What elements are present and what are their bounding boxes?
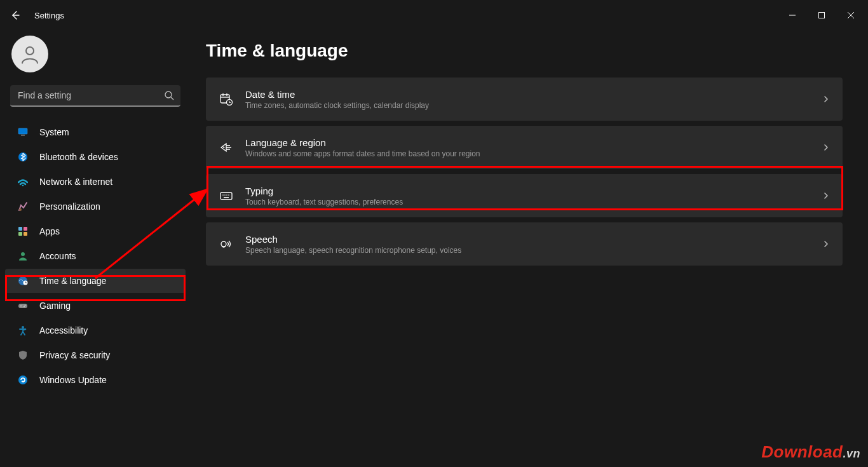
svg-rect-11 [18,232,22,236]
card-body: Language & regionWindows and some apps f… [245,137,815,158]
watermark: Download.vn [761,442,860,462]
svg-point-8 [19,208,22,211]
settings-card-list: Date & timeTime zones, automatic clock s… [206,78,843,266]
gaming-icon [18,301,28,311]
svg-point-1 [26,47,34,55]
maximize-button[interactable] [807,5,836,25]
sidebar-item-accessibility[interactable]: Accessibility [5,318,186,342]
card-body: Date & timeTime zones, automatic clock s… [245,89,815,110]
card-subtitle: Touch keyboard, text suggestions, prefer… [245,198,815,206]
settings-card-language-region[interactable]: Language & regionWindows and some apps f… [206,126,843,169]
chevron-right-icon [822,144,830,151]
sidebar-item-accounts[interactable]: Accounts [5,244,186,268]
search-input[interactable] [10,85,180,107]
svg-rect-29 [224,197,229,198]
sidebar-item-gaming[interactable]: Gaming [5,294,186,318]
sidebar-item-label: Windows Update [39,375,107,385]
avatar[interactable] [11,36,48,72]
card-body: TypingTouch keyboard, text suggestions, … [245,186,815,206]
chevron-right-icon [822,240,830,248]
svg-point-21 [18,376,27,384]
accounts-icon [18,251,28,261]
accessibility-icon [18,325,28,335]
svg-rect-3 [18,128,27,134]
svg-rect-0 [819,13,825,18]
sidebar-item-privacy-security[interactable]: Privacy & security [5,343,186,367]
settings-card-date-time[interactable]: Date & timeTime zones, automatic clock s… [206,78,843,121]
speech-icon [219,236,234,252]
privacy-icon [18,350,28,360]
sidebar-nav: SystemBluetooth & devicesNetwork & inter… [0,119,191,467]
sidebar-item-label: Gaming [39,301,71,311]
card-title: Language & region [245,137,815,148]
typing-icon [219,188,234,203]
card-subtitle: Time zones, automatic clock settings, ca… [245,101,815,110]
update-icon [18,375,28,385]
card-title: Date & time [245,89,815,100]
sidebar-item-label: Apps [39,226,60,236]
svg-point-27 [226,194,227,196]
window-controls [778,5,865,25]
chevron-right-icon [822,95,830,103]
minimize-button[interactable] [778,5,807,25]
svg-point-18 [25,305,26,306]
sidebar-item-label: Time & language [39,276,106,286]
main-content: Time & language Date & timeTime zones, a… [191,30,868,467]
datetime-icon [219,91,234,107]
svg-point-19 [24,306,25,308]
bluetooth-icon [18,152,28,162]
search-field-wrap [10,85,180,107]
network-icon [18,177,28,187]
settings-card-typing[interactable]: TypingTouch keyboard, text suggestions, … [206,174,843,217]
svg-point-20 [22,326,24,328]
person-icon [19,43,41,65]
sidebar-item-label: Privacy & security [39,350,110,360]
back-button[interactable] [3,3,28,28]
svg-rect-5 [21,135,25,136]
svg-rect-16 [18,304,27,308]
card-subtitle: Speech language, speech recognition micr… [245,246,815,255]
region-icon [219,140,234,155]
sidebar-item-label: Bluetooth & devices [39,152,118,162]
system-icon [18,127,28,137]
window-title: Settings [34,11,64,20]
sidebar-item-label: Accounts [39,251,76,261]
time-icon [18,276,28,286]
sidebar-item-label: Network & internet [39,177,112,187]
sidebar-item-label: System [39,127,69,137]
chevron-right-icon [822,192,830,200]
titlebar: Settings [0,0,868,30]
svg-rect-12 [24,232,27,236]
personalization-icon [18,201,28,212]
card-title: Typing [245,186,815,196]
svg-rect-9 [18,227,22,231]
apps-icon [18,226,28,236]
sidebar-item-bluetooth-devices[interactable]: Bluetooth & devices [5,145,186,169]
svg-point-26 [224,194,226,196]
card-title: Speech [245,234,815,245]
page-title: Time & language [206,41,843,61]
svg-point-7 [22,185,24,187]
watermark-tld: .vn [843,447,860,460]
sidebar-item-personalization[interactable]: Personalization [5,194,186,219]
watermark-brand: Download [761,442,843,461]
svg-point-13 [21,252,25,256]
svg-point-30 [221,241,226,247]
card-subtitle: Windows and some apps format dates and t… [245,149,815,158]
svg-point-17 [20,306,22,307]
sidebar-item-time-language[interactable]: Time & language [5,269,186,293]
sidebar-item-label: Accessibility [39,325,88,335]
svg-rect-10 [24,227,27,231]
sidebar-item-apps[interactable]: Apps [5,219,186,243]
sidebar-item-windows-update[interactable]: Windows Update [5,368,186,392]
svg-point-25 [222,194,224,196]
settings-card-speech[interactable]: SpeechSpeech language, speech recognitio… [206,222,843,266]
card-body: SpeechSpeech language, speech recognitio… [245,234,815,255]
svg-point-28 [228,194,229,196]
sidebar: SystemBluetooth & devicesNetwork & inter… [0,30,191,467]
sidebar-item-system[interactable]: System [5,120,186,144]
sidebar-item-network-internet[interactable]: Network & internet [5,170,186,194]
sidebar-item-label: Personalization [39,201,100,212]
arrow-left-icon [10,10,20,20]
close-button[interactable] [836,5,865,25]
